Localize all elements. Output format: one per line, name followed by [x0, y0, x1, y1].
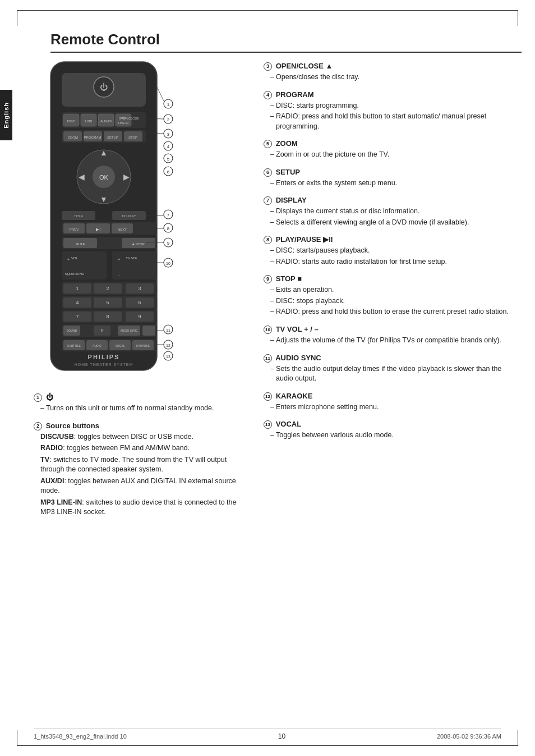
desc-entry: Enters or exits the system setup menu.	[270, 178, 510, 189]
svg-text:8: 8	[167, 226, 170, 231]
num-badge-2: 2	[34, 422, 42, 430]
num-badge-7: 7	[264, 196, 272, 205]
num-badge-11: 11	[264, 354, 272, 363]
desc-item-11: 11 AUDIO SYNC Sets the audio output dela…	[264, 354, 510, 384]
sub-item-mp3: MP3 LINE-IN: switches to audio device th…	[40, 498, 241, 517]
desc-entry: Turns on this unit or turns off to norma…	[40, 404, 241, 414]
remote-control-image: ⏻ DISC USB AUX/DI MP3 LINE-IN OPEN/CLOSE…	[34, 56, 185, 382]
desc-title-3: 3 OPEN/CLOSE ▲	[264, 62, 510, 71]
svg-text:9: 9	[138, 314, 141, 319]
footer: 1_hts3548_93_eng2_final.indd 10 10 2008-…	[34, 728, 501, 740]
desc-entry: DISC: stops playback.	[270, 296, 510, 306]
desc-item-12: 12 KARAOKE Enters microphone setting men…	[264, 392, 510, 413]
desc-title-6: 6 SETUP	[264, 168, 510, 177]
sub-item-radio: RADIO: toggles between FM and AM/MW band…	[40, 443, 241, 453]
svg-text:7: 7	[167, 213, 170, 218]
desc-body-7: Displays the current status or disc info…	[264, 207, 510, 227]
svg-text:10: 10	[166, 262, 170, 265]
desc-body-3: Opens/closes the disc tray.	[264, 72, 510, 83]
svg-text:USB: USB	[85, 120, 92, 123]
svg-text:LINE-IN: LINE-IN	[118, 121, 128, 125]
desc-entry: Toggles between various audio mode.	[270, 430, 510, 441]
border-left-top	[17, 10, 17, 26]
svg-text:OK: OK	[99, 174, 109, 181]
footer-date: 2008-05-02 9:36:36 AM	[437, 733, 501, 740]
setup-label: SETUP	[276, 168, 300, 176]
vocal-label: VOCAL	[276, 420, 302, 428]
svg-text:PHILIPS: PHILIPS	[88, 354, 120, 360]
desc-body-5: Zoom in or out the picture on the TV.	[264, 150, 510, 160]
border-left-bottom	[17, 730, 17, 746]
svg-text:▶II: ▶II	[96, 227, 101, 231]
svg-text:PREV: PREV	[70, 228, 79, 231]
desc-entry: Adjusts the volume of the TV (for Philip…	[270, 336, 510, 346]
svg-text:13: 13	[166, 355, 170, 359]
desc-item-6: 6 SETUP Enters or exits the system setup…	[264, 168, 510, 189]
num-badge-10: 10	[264, 326, 272, 334]
svg-text:VOCAL: VOCAL	[116, 344, 125, 347]
border-top	[17, 10, 518, 11]
desc-body-8: DISC: starts/pauses playback. RADIO: sta…	[264, 246, 510, 267]
stop-label: STOP ■	[276, 274, 302, 283]
svg-text:TV VOL: TV VOL	[126, 256, 138, 260]
left-descriptions: 1 ⏻ Turns on this unit or turns off to n…	[34, 393, 241, 525]
svg-text:+: +	[67, 258, 70, 262]
language-label: English	[3, 102, 10, 129]
desc-body-6: Enters or exits the system setup menu.	[264, 178, 510, 189]
desc-entry: Opens/closes the disc tray.	[270, 72, 510, 83]
desc-body-2: DISC/USB: toggles between DISC or USB mo…	[34, 432, 241, 517]
power-symbol: ⏻	[46, 393, 53, 401]
svg-text:9: 9	[167, 241, 170, 246]
num-badge-1: 1	[34, 393, 42, 402]
page-number: 10	[278, 732, 285, 740]
desc-item-9: 9 STOP ■ Exits an operation. DISC: stops…	[264, 274, 510, 317]
desc-title-9: 9 STOP ■	[264, 274, 510, 283]
border-bottom	[17, 745, 518, 746]
svg-text:SETUP: SETUP	[107, 136, 118, 139]
desc-body-11: Sets the audio output delay times if the…	[264, 364, 510, 384]
desc-item-1: 1 ⏻ Turns on this unit or turns off to n…	[34, 393, 241, 414]
open-close-label: OPEN/CLOSE ▲	[276, 62, 333, 70]
desc-entry: Enters microphone setting menu.	[270, 402, 510, 413]
desc-entry: DISC: starts programming.	[270, 101, 510, 111]
num-badge-4: 4	[264, 91, 272, 99]
svg-text:▶: ▶	[123, 172, 130, 181]
desc-title-5: 5 ZOOM	[264, 139, 510, 148]
language-tab: English	[0, 90, 12, 140]
svg-text:▼: ▼	[100, 195, 108, 204]
desc-title-2: 2 Source buttons	[34, 421, 241, 430]
desc-item-10: 10 TV VOL + / – Adjusts the volume of th…	[264, 325, 510, 346]
desc-entry: Zoom in or out the picture on the TV.	[270, 150, 510, 160]
program-label: PROGRAM	[276, 90, 314, 99]
desc-entry: Selects a different viewing angle of a D…	[270, 218, 510, 228]
num-badge-9: 9	[264, 275, 272, 283]
svg-text:4: 4	[167, 144, 170, 149]
svg-text:VOL: VOL	[71, 256, 79, 260]
svg-text:DISPLAY: DISPLAY	[122, 214, 136, 218]
svg-text:1: 1	[167, 102, 170, 107]
audio-sync-label: AUDIO SYNC	[275, 354, 321, 362]
svg-text:11: 11	[166, 328, 170, 332]
desc-entry: DISC: starts/pauses playback.	[270, 246, 510, 256]
page-title: Remote Control	[50, 31, 522, 53]
desc-entry: RADIO: starts auto radio installation fo…	[270, 257, 510, 267]
svg-text:SOUND: SOUND	[67, 329, 77, 332]
svg-text:3: 3	[167, 132, 170, 137]
desc-entry: Displays the current status or disc info…	[270, 207, 510, 217]
display-label: DISPLAY	[276, 196, 307, 204]
svg-text:⏻: ⏻	[100, 83, 108, 91]
desc-item-4: 4 PROGRAM DISC: starts programming. RADI…	[264, 90, 510, 132]
svg-text:7: 7	[76, 314, 79, 319]
sub-item-tv: TV: switches to TV mode. The sound from …	[40, 455, 241, 475]
svg-text:◀: ◀	[79, 172, 85, 181]
svg-text:SUBTITLE: SUBTITLE	[67, 344, 81, 347]
border-right-top	[518, 10, 518, 26]
desc-title-4: 4 PROGRAM	[264, 90, 510, 99]
svg-text:+: +	[118, 258, 120, 262]
desc-body-12: Enters microphone setting menu.	[264, 402, 510, 413]
svg-text:AUDIO SYNC: AUDIO SYNC	[120, 329, 138, 332]
svg-text:6: 6	[138, 300, 141, 305]
num-badge-12: 12	[264, 392, 272, 401]
karaoke-label: KARAOKE	[276, 392, 313, 400]
svg-text:DISC: DISC	[67, 120, 76, 123]
